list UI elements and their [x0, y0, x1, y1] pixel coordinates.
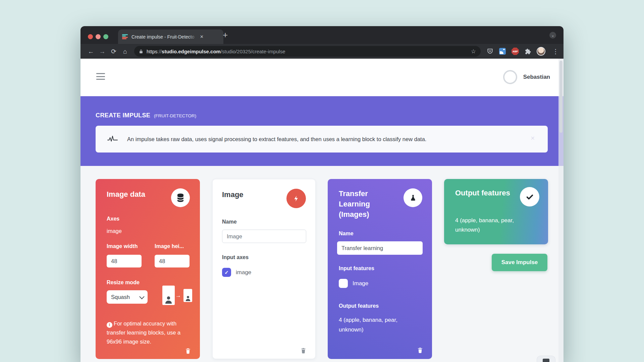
lock-icon	[139, 49, 143, 54]
info-close-icon[interactable]: ✕	[531, 135, 535, 141]
block-name-input[interactable]	[337, 241, 423, 255]
card-output-features: Output features 4 (apple, banana, pear, …	[444, 179, 548, 244]
info-icon: i	[107, 322, 112, 328]
axes-value: image	[107, 228, 122, 234]
adblock-extension-icon[interactable]: ABP	[512, 48, 519, 55]
project-name: (FRUIT-DETECTOR)	[154, 113, 197, 118]
window-controls	[88, 34, 108, 39]
chat-widget-button[interactable]	[537, 356, 555, 362]
tab-strip: Create impulse - Fruit-Detecto ✕ + ⌄	[80, 26, 564, 44]
resize-mode-select[interactable]: Squash	[107, 290, 148, 304]
url-scheme: https	[147, 49, 158, 54]
block-name-input[interactable]	[222, 230, 306, 243]
card-title: Image	[222, 189, 244, 200]
url-separator: ://	[158, 49, 162, 54]
input-feature-row: Image	[339, 279, 368, 288]
card-title: Transfer Learning (Images)	[339, 188, 392, 220]
output-features-label: Output features	[339, 303, 379, 309]
desktop: { "browser": { "tab_title": "Create impu…	[0, 0, 644, 362]
input-axis-row: ✓ image	[222, 268, 251, 277]
output-features-value: 4 (apple, banana, pear, unknown)	[455, 216, 532, 235]
card-image-block: Image Name Input axes ✓ image	[212, 179, 316, 359]
card-transfer-learning: Transfer Learning (Images) Name Input fe…	[328, 179, 432, 359]
impulse-info-text: An impulse takes raw data, uses signal p…	[127, 136, 426, 142]
browser-profile-avatar[interactable]	[537, 47, 545, 56]
page-content: Sebastian CREATE IMPULSE (FRUIT-DETECTOR…	[80, 59, 564, 362]
card-title: Image data	[107, 189, 145, 199]
edge-impulse-favicon	[122, 34, 128, 39]
pulse-icon	[107, 135, 118, 143]
tab-close-icon[interactable]: ✕	[200, 34, 204, 39]
name-label: Name	[222, 219, 237, 225]
checkbox-label: Image	[353, 280, 368, 287]
card-title: Output features	[455, 188, 510, 198]
scrollbar-thumb[interactable]	[559, 61, 562, 133]
browser-menu-icon[interactable]: ⋮	[552, 48, 559, 55]
extension-area: ABP ⋮	[487, 47, 559, 56]
back-icon[interactable]: ←	[85, 48, 97, 55]
create-impulse-banner: CREATE IMPULSE (FRUIT-DETECTOR) An impul…	[80, 96, 564, 166]
forward-icon[interactable]: →	[97, 48, 108, 55]
tab-title: Create impulse - Fruit-Detecto	[131, 34, 197, 40]
input-axes-label: Input axes	[222, 254, 249, 260]
browser-tab[interactable]: Create impulse - Fruit-Detecto ✕	[118, 29, 223, 44]
user-avatar	[503, 70, 517, 84]
url-path: /studio/20325/create-impulse	[221, 49, 285, 54]
browser-toolbar: ← → ⟳ ⌂ https://studio.edgeimpulse.com/s…	[80, 44, 564, 59]
browser-window: Create impulse - Fruit-Detecto ✕ + ⌄ ← →…	[80, 26, 564, 362]
window-minimize-button[interactable]	[96, 34, 101, 39]
page-title: CREATE IMPULSE (FRUIT-DETECTOR)	[96, 112, 196, 119]
resize-mode-label: Resize mode	[107, 280, 140, 286]
new-tab-button[interactable]: +	[223, 30, 228, 40]
hamburger-menu-button[interactable]	[96, 73, 105, 80]
image-axis-checkbox[interactable]: ✓	[222, 268, 231, 277]
image-height-label: Image hei...	[155, 243, 184, 249]
delete-block-icon[interactable]	[417, 347, 423, 354]
resize-mode-value: Squash	[111, 294, 130, 300]
resize-after-thumbnail	[183, 289, 192, 302]
flask-icon	[404, 188, 422, 207]
page-title-text: CREATE IMPULSE	[96, 112, 150, 119]
check-icon	[520, 187, 539, 206]
resize-before-thumbnail	[162, 286, 175, 305]
screenshot-extension-icon[interactable]	[499, 48, 506, 55]
user-menu[interactable]: Sebastian	[503, 70, 550, 84]
name-label: Name	[339, 231, 354, 237]
image-height-input[interactable]	[155, 255, 190, 267]
image-width-input[interactable]	[107, 255, 142, 267]
image-width-label: Image width	[107, 243, 138, 249]
lightning-icon	[286, 189, 306, 208]
tab-search-button[interactable]: ⌄	[549, 32, 556, 39]
optimal-accuracy-note: iFor optimal accuracy with transfer lear…	[107, 319, 183, 346]
extensions-puzzle-icon[interactable]	[525, 48, 531, 55]
url-bar[interactable]: https://studio.edgeimpulse.com/studio/20…	[134, 46, 481, 57]
user-name: Sebastian	[523, 74, 550, 80]
bookmark-star-icon[interactable]: ☆	[471, 48, 476, 55]
card-image-data: Image data Axes image Image width Image …	[96, 179, 200, 359]
delete-block-icon[interactable]	[300, 347, 307, 354]
image-feature-checkbox[interactable]	[339, 279, 348, 288]
home-icon[interactable]: ⌂	[119, 48, 131, 55]
resize-arrow-icon: →	[175, 292, 181, 299]
chevron-down-icon	[139, 294, 145, 299]
checkbox-label: image	[236, 269, 251, 276]
output-features-value: 4 (apple, banana, pear, unknown)	[339, 315, 419, 335]
pocket-extension-icon[interactable]	[487, 48, 493, 55]
delete-block-icon[interactable]	[185, 347, 191, 354]
axes-label: Axes	[107, 216, 119, 222]
impulse-info-box: An impulse takes raw data, uses signal p…	[96, 126, 548, 153]
note-text: For optimal accuracy with transfer learn…	[107, 320, 180, 345]
database-icon	[171, 188, 190, 207]
window-close-button[interactable]	[88, 34, 93, 39]
url-domain: studio.edgeimpulse.com	[162, 49, 221, 54]
page-scrollbar[interactable]	[558, 59, 564, 362]
input-features-label: Input features	[339, 265, 374, 272]
chat-widget-icon	[543, 359, 549, 362]
save-impulse-button[interactable]: Save Impulse	[492, 254, 547, 271]
reload-icon[interactable]: ⟳	[108, 48, 119, 55]
site-header: Sebastian	[80, 59, 564, 96]
window-zoom-button[interactable]	[103, 34, 108, 39]
